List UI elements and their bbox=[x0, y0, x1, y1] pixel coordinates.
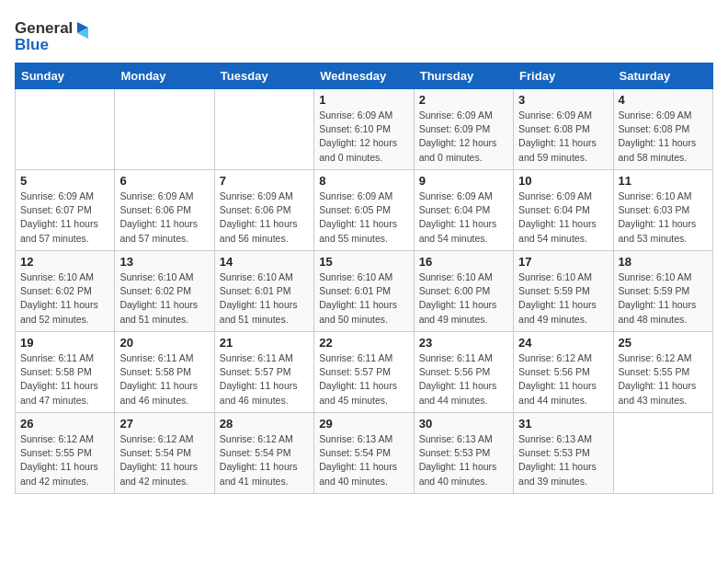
day-of-week-header: Sunday bbox=[16, 63, 115, 89]
calendar-cell: 8Sunrise: 6:09 AM Sunset: 6:05 PM Daylig… bbox=[314, 170, 414, 251]
day-number: 6 bbox=[119, 174, 209, 188]
day-detail: Sunrise: 6:09 AM Sunset: 6:05 PM Dayligh… bbox=[319, 190, 408, 246]
day-detail: Sunrise: 6:10 AM Sunset: 6:01 PM Dayligh… bbox=[319, 270, 408, 327]
day-detail: Sunrise: 6:11 AM Sunset: 5:57 PM Dayligh… bbox=[319, 351, 408, 408]
day-detail: Sunrise: 6:12 AM Sunset: 5:55 PM Dayligh… bbox=[619, 351, 708, 408]
calendar-cell: 27Sunrise: 6:12 AM Sunset: 5:54 PM Dayli… bbox=[115, 413, 214, 494]
day-number: 10 bbox=[518, 174, 608, 188]
day-detail: Sunrise: 6:10 AM Sunset: 6:00 PM Dayligh… bbox=[419, 270, 508, 327]
calendar-cell: 7Sunrise: 6:09 AM Sunset: 6:06 PM Daylig… bbox=[214, 170, 313, 251]
day-detail: Sunrise: 6:10 AM Sunset: 6:01 PM Dayligh… bbox=[220, 270, 309, 327]
day-of-week-header: Wednesday bbox=[314, 63, 414, 89]
calendar-cell: 10Sunrise: 6:09 AM Sunset: 6:04 PM Dayli… bbox=[514, 170, 613, 251]
day-of-week-header: Monday bbox=[115, 63, 214, 89]
calendar-cell: 26Sunrise: 6:12 AM Sunset: 5:55 PM Dayli… bbox=[16, 413, 115, 494]
logo: General Blue bbox=[15, 15, 88, 55]
day-detail: Sunrise: 6:09 AM Sunset: 6:06 PM Dayligh… bbox=[119, 190, 209, 246]
day-detail: Sunrise: 6:11 AM Sunset: 5:57 PM Dayligh… bbox=[220, 351, 309, 408]
day-number: 28 bbox=[220, 417, 309, 431]
day-number: 16 bbox=[419, 255, 508, 269]
day-detail: Sunrise: 6:10 AM Sunset: 5:59 PM Dayligh… bbox=[619, 270, 708, 327]
svg-text:Blue: Blue bbox=[15, 36, 49, 53]
day-number: 11 bbox=[619, 174, 708, 188]
day-detail: Sunrise: 6:09 AM Sunset: 6:04 PM Dayligh… bbox=[419, 190, 508, 246]
calendar-cell bbox=[16, 89, 115, 170]
day-detail: Sunrise: 6:12 AM Sunset: 5:55 PM Dayligh… bbox=[20, 432, 109, 488]
day-number: 3 bbox=[518, 93, 608, 107]
calendar-cell: 31Sunrise: 6:13 AM Sunset: 5:53 PM Dayli… bbox=[514, 413, 613, 494]
day-number: 24 bbox=[518, 336, 608, 350]
day-detail: Sunrise: 6:09 AM Sunset: 6:08 PM Dayligh… bbox=[518, 109, 608, 165]
calendar-table: SundayMondayTuesdayWednesdayThursdayFrid… bbox=[15, 63, 713, 494]
calendar-cell: 25Sunrise: 6:12 AM Sunset: 5:55 PM Dayli… bbox=[613, 332, 712, 413]
day-number: 2 bbox=[419, 93, 508, 107]
day-detail: Sunrise: 6:09 AM Sunset: 6:06 PM Dayligh… bbox=[220, 190, 309, 246]
day-number: 26 bbox=[20, 417, 109, 431]
day-number: 15 bbox=[319, 255, 408, 269]
calendar-cell: 29Sunrise: 6:13 AM Sunset: 5:54 PM Dayli… bbox=[314, 413, 414, 494]
day-detail: Sunrise: 6:13 AM Sunset: 5:54 PM Dayligh… bbox=[319, 432, 408, 488]
day-number: 22 bbox=[319, 336, 408, 350]
day-detail: Sunrise: 6:11 AM Sunset: 5:56 PM Dayligh… bbox=[419, 351, 508, 408]
day-number: 31 bbox=[518, 417, 608, 431]
calendar-cell: 18Sunrise: 6:10 AM Sunset: 5:59 PM Dayli… bbox=[613, 251, 712, 332]
calendar-cell: 16Sunrise: 6:10 AM Sunset: 6:00 PM Dayli… bbox=[414, 251, 513, 332]
day-number: 5 bbox=[20, 174, 109, 188]
calendar-cell: 17Sunrise: 6:10 AM Sunset: 5:59 PM Dayli… bbox=[514, 251, 613, 332]
day-number: 9 bbox=[419, 174, 508, 188]
day-number: 8 bbox=[319, 174, 408, 188]
day-number: 29 bbox=[319, 417, 408, 431]
calendar-cell: 28Sunrise: 6:12 AM Sunset: 5:54 PM Dayli… bbox=[214, 413, 313, 494]
calendar-cell bbox=[214, 89, 313, 170]
calendar-cell: 5Sunrise: 6:09 AM Sunset: 6:07 PM Daylig… bbox=[16, 170, 115, 251]
logo-icon: General Blue bbox=[15, 15, 88, 55]
day-detail: Sunrise: 6:09 AM Sunset: 6:09 PM Dayligh… bbox=[419, 109, 508, 165]
svg-text:General: General bbox=[15, 19, 73, 37]
day-detail: Sunrise: 6:10 AM Sunset: 6:02 PM Dayligh… bbox=[20, 270, 109, 327]
day-number: 14 bbox=[220, 255, 309, 269]
day-number: 23 bbox=[419, 336, 508, 350]
day-detail: Sunrise: 6:10 AM Sunset: 6:02 PM Dayligh… bbox=[119, 270, 209, 327]
calendar-cell: 19Sunrise: 6:11 AM Sunset: 5:58 PM Dayli… bbox=[16, 332, 115, 413]
calendar-cell: 15Sunrise: 6:10 AM Sunset: 6:01 PM Dayli… bbox=[314, 251, 414, 332]
calendar-cell bbox=[115, 89, 214, 170]
day-number: 30 bbox=[419, 417, 508, 431]
calendar-cell: 4Sunrise: 6:09 AM Sunset: 6:08 PM Daylig… bbox=[613, 89, 712, 170]
day-number: 21 bbox=[220, 336, 309, 350]
day-detail: Sunrise: 6:09 AM Sunset: 6:08 PM Dayligh… bbox=[619, 109, 708, 165]
day-number: 12 bbox=[20, 255, 109, 269]
day-number: 13 bbox=[119, 255, 209, 269]
day-detail: Sunrise: 6:12 AM Sunset: 5:54 PM Dayligh… bbox=[220, 432, 309, 488]
day-number: 25 bbox=[619, 336, 708, 350]
day-number: 18 bbox=[619, 255, 708, 269]
day-detail: Sunrise: 6:11 AM Sunset: 5:58 PM Dayligh… bbox=[20, 351, 109, 408]
day-detail: Sunrise: 6:09 AM Sunset: 6:04 PM Dayligh… bbox=[518, 190, 608, 246]
day-detail: Sunrise: 6:13 AM Sunset: 5:53 PM Dayligh… bbox=[419, 432, 508, 488]
day-number: 7 bbox=[220, 174, 309, 188]
calendar-cell bbox=[613, 413, 712, 494]
day-of-week-header: Friday bbox=[514, 63, 613, 89]
day-detail: Sunrise: 6:09 AM Sunset: 6:07 PM Dayligh… bbox=[20, 190, 109, 246]
day-detail: Sunrise: 6:12 AM Sunset: 5:56 PM Dayligh… bbox=[518, 351, 608, 408]
day-detail: Sunrise: 6:09 AM Sunset: 6:10 PM Dayligh… bbox=[319, 109, 408, 165]
day-number: 4 bbox=[619, 93, 708, 107]
calendar-cell: 2Sunrise: 6:09 AM Sunset: 6:09 PM Daylig… bbox=[414, 89, 513, 170]
calendar-cell: 22Sunrise: 6:11 AM Sunset: 5:57 PM Dayli… bbox=[314, 332, 414, 413]
calendar-cell: 6Sunrise: 6:09 AM Sunset: 6:06 PM Daylig… bbox=[115, 170, 214, 251]
day-detail: Sunrise: 6:13 AM Sunset: 5:53 PM Dayligh… bbox=[518, 432, 608, 488]
calendar-cell: 20Sunrise: 6:11 AM Sunset: 5:58 PM Dayli… bbox=[115, 332, 214, 413]
calendar-cell: 23Sunrise: 6:11 AM Sunset: 5:56 PM Dayli… bbox=[414, 332, 513, 413]
day-of-week-header: Saturday bbox=[613, 63, 712, 89]
calendar-cell: 30Sunrise: 6:13 AM Sunset: 5:53 PM Dayli… bbox=[414, 413, 513, 494]
day-number: 27 bbox=[119, 417, 209, 431]
calendar-cell: 12Sunrise: 6:10 AM Sunset: 6:02 PM Dayli… bbox=[16, 251, 115, 332]
calendar-cell: 21Sunrise: 6:11 AM Sunset: 5:57 PM Dayli… bbox=[214, 332, 313, 413]
calendar-cell: 13Sunrise: 6:10 AM Sunset: 6:02 PM Dayli… bbox=[115, 251, 214, 332]
day-number: 19 bbox=[20, 336, 109, 350]
day-detail: Sunrise: 6:12 AM Sunset: 5:54 PM Dayligh… bbox=[119, 432, 209, 488]
day-number: 1 bbox=[319, 93, 408, 107]
calendar-cell: 11Sunrise: 6:10 AM Sunset: 6:03 PM Dayli… bbox=[613, 170, 712, 251]
day-of-week-header: Thursday bbox=[414, 63, 513, 89]
calendar-cell: 14Sunrise: 6:10 AM Sunset: 6:01 PM Dayli… bbox=[214, 251, 313, 332]
calendar-cell: 24Sunrise: 6:12 AM Sunset: 5:56 PM Dayli… bbox=[514, 332, 613, 413]
